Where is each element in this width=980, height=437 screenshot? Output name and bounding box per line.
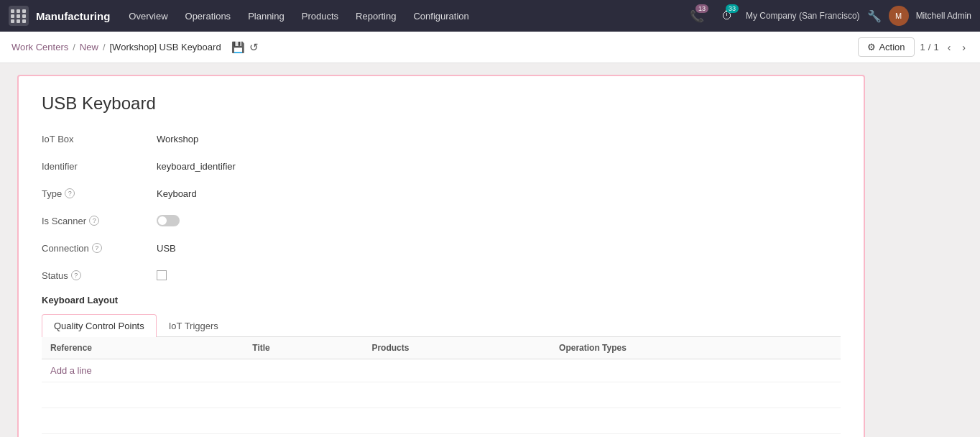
type-value: Keyboard (157, 188, 197, 199)
main-area: USB Keyboard IoT Box Workshop Identifier… (0, 63, 980, 437)
company-name[interactable]: My Company (San Francisco) (746, 11, 860, 21)
nav-operations[interactable]: Operations (178, 8, 239, 24)
app-name: Manufacturing (36, 10, 110, 22)
nav-products[interactable]: Products (295, 8, 346, 24)
status-label: Status ? (42, 270, 157, 281)
identifier-label: Identifier (42, 161, 157, 172)
action-button-label: Action (879, 42, 905, 52)
table-row-empty-2 (42, 408, 841, 434)
breadcrumb-current: [Workshop] USB Keyboard (110, 42, 221, 52)
field-row-is-scanner: Is Scanner ? (42, 210, 841, 231)
iot-box-value: Workshop (157, 134, 198, 144)
status-help-icon[interactable]: ? (71, 270, 81, 280)
table-row-empty-3 (42, 434, 841, 438)
field-row-connection: Connection ? USB (42, 237, 841, 259)
type-help-icon[interactable]: ? (65, 188, 75, 198)
connection-value: USB (157, 243, 176, 254)
settings-icon[interactable]: 🔧 (867, 9, 882, 23)
phone-badge: 13 (695, 4, 708, 13)
col-title: Title (244, 337, 363, 359)
nav-configuration[interactable]: Configuration (406, 8, 476, 24)
page-sep: / (928, 42, 931, 52)
nav-reporting[interactable]: Reporting (348, 8, 403, 24)
breadcrumb-new[interactable]: New (80, 42, 98, 52)
tab-iot-triggers[interactable]: IoT Triggers (157, 314, 231, 337)
field-row-identifier: Identifier keyboard_identifier (42, 155, 841, 177)
app-grid-icon[interactable] (9, 6, 29, 26)
table-header-row: Reference Title Products Operation Types (42, 337, 841, 359)
toggle-knob (158, 216, 167, 225)
nav-overview[interactable]: Overview (121, 8, 175, 24)
page-current: 1 (920, 42, 925, 52)
keyboard-layout-label: Keyboard Layout (42, 295, 841, 305)
tabs-bar: Quality Control Points IoT Triggers (42, 314, 841, 337)
pagination: 1 / 1 (920, 42, 939, 52)
user-avatar[interactable]: M (889, 6, 909, 26)
clock-badge: 33 (726, 4, 739, 13)
action-gear-icon: ⚙ (867, 42, 876, 52)
connection-label: Connection ? (42, 243, 157, 254)
undo-icon-btn[interactable]: ↺ (249, 41, 259, 54)
is-scanner-toggle[interactable] (157, 215, 180, 226)
table-row-empty-1 (42, 382, 841, 408)
tab-quality-control-points[interactable]: Quality Control Points (42, 314, 157, 337)
is-scanner-label: Is Scanner ? (42, 216, 157, 226)
top-navigation: Manufacturing Overview Operations Planni… (0, 0, 980, 32)
page-total: 1 (933, 42, 938, 52)
field-row-iot-box: IoT Box Workshop (42, 128, 841, 150)
clock-icon-btn[interactable]: ⏱ 33 (716, 4, 739, 27)
is-scanner-help-icon[interactable]: ? (89, 216, 99, 226)
phone-icon-btn[interactable]: 📞 13 (685, 4, 708, 27)
breadcrumb-sep-2: / (103, 42, 106, 52)
col-operation-types: Operation Types (550, 337, 841, 359)
connection-help-icon[interactable]: ? (92, 243, 102, 253)
col-products: Products (363, 337, 550, 359)
col-reference: Reference (42, 337, 244, 359)
next-page-button[interactable]: › (959, 40, 969, 55)
nav-planning[interactable]: Planning (241, 8, 292, 24)
breadcrumb-sep-1: / (73, 42, 75, 52)
status-checkbox[interactable] (157, 270, 167, 280)
add-line-row[interactable]: Add a line (42, 359, 841, 382)
save-icon-btn[interactable]: 💾 (231, 41, 245, 54)
field-row-status: Status ? (42, 264, 841, 286)
breadcrumb-bar: Work Centers / New / [Workshop] USB Keyb… (0, 32, 980, 63)
quality-control-table: Reference Title Products Operation Types… (42, 337, 841, 437)
add-line-cell[interactable]: Add a line (42, 359, 841, 382)
action-button[interactable]: ⚙ Action (858, 37, 914, 57)
prev-page-button[interactable]: ‹ (945, 40, 954, 55)
identifier-value: keyboard_identifier (157, 161, 236, 172)
field-row-type: Type ? Keyboard (42, 183, 841, 204)
tabs-container: Quality Control Points IoT Triggers Refe… (42, 314, 841, 437)
breadcrumb-work-centers[interactable]: Work Centers (11, 42, 68, 52)
form-title: USB Keyboard (42, 93, 841, 114)
type-label: Type ? (42, 188, 157, 199)
user-name[interactable]: Mitchell Admin (916, 11, 971, 21)
iot-box-label: IoT Box (42, 134, 157, 144)
form-card: USB Keyboard IoT Box Workshop Identifier… (17, 75, 865, 437)
